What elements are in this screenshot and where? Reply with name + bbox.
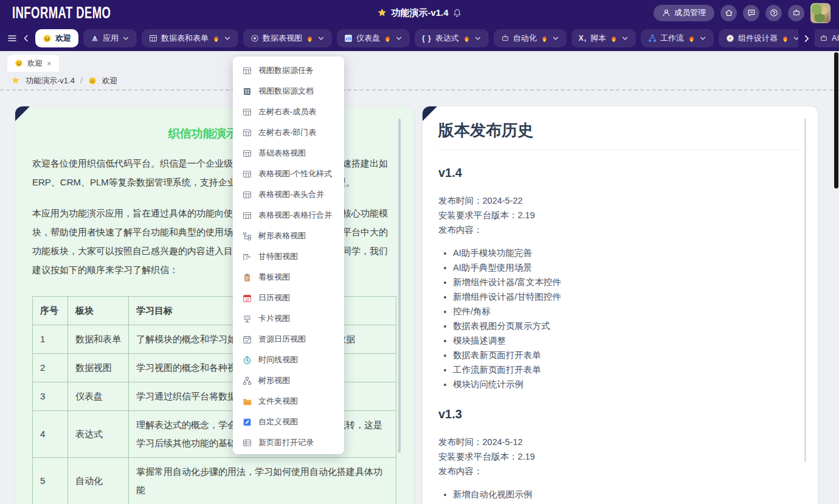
table-icon [243, 170, 252, 179]
dashed-divider [0, 89, 839, 91]
home-icon [725, 9, 733, 17]
help-icon [770, 9, 778, 17]
breadcrumb-page[interactable]: 欢迎 [102, 75, 118, 86]
panel-corner-decoration [15, 106, 30, 121]
nav-item-script[interactable]: X, 脚本 [571, 29, 636, 47]
panel-corner-decoration [423, 106, 437, 121]
member-management-label: 成员管理 [674, 7, 706, 18]
nav-item-ai-assistant[interactable]: AI助手 [812, 29, 839, 47]
dropdown-menu-item[interactable]: 视图数据源任务 [233, 60, 344, 81]
dropdown-menu-item[interactable]: 新页面打开记录 [233, 432, 344, 453]
release-history-panel: 版本发布历史 v1.4 发布时间：2024-5-22 安装要求平台版本：2.19… [423, 106, 818, 504]
dropdown-menu-item[interactable]: 树形视图 [233, 370, 344, 391]
dropdown-menu-item[interactable]: 甘特图视图 [233, 246, 344, 267]
robot-icon [792, 9, 801, 17]
welcome-panel-scrollbar[interactable] [398, 119, 401, 453]
release-note: 数据表新页面打开表单 [453, 348, 802, 362]
nav-item-component-designer[interactable]: 组件设计器 [719, 29, 807, 47]
release-note: AI助手模块功能完善 [453, 246, 802, 260]
tab-welcome[interactable]: 欢迎 × [7, 55, 59, 72]
close-icon[interactable]: × [47, 59, 52, 68]
dropdown-menu-item[interactable]: 看板视图 [233, 267, 344, 288]
table-icon [243, 128, 252, 137]
page-scrollbar-thumb[interactable] [834, 52, 838, 188]
chevron-down-icon [122, 35, 129, 42]
dropdown-menu-item[interactable]: 资源日历视图 [233, 329, 344, 350]
breadcrumb-separator: / [80, 76, 83, 85]
nav-item-table-views[interactable]: 数据表视图 [243, 29, 332, 47]
gantt-icon [243, 252, 252, 261]
nav-item-expression[interactable]: { } 表达式 [415, 29, 489, 47]
chevron-down-icon [395, 35, 402, 42]
help-button[interactable] [765, 5, 782, 21]
smiley-icon [43, 34, 52, 43]
calendar-icon [243, 294, 252, 303]
nav-item-welcome[interactable]: 欢迎 [35, 29, 78, 47]
column-header: 板块 [68, 297, 129, 325]
app-logo: INFORMAT DEMO [12, 3, 111, 22]
nav-item-dashboard[interactable]: 仪表盘 [337, 29, 410, 47]
assistant-button[interactable] [788, 5, 804, 21]
fire-icon [610, 35, 618, 43]
clipboard-icon [243, 273, 252, 282]
dropdown-menu-item[interactable]: 时间线视图 [233, 350, 344, 370]
dropdown-menu-item[interactable]: 基础表格视图 [233, 143, 344, 164]
smiley-icon [15, 59, 23, 67]
user-avatar[interactable] [810, 3, 830, 23]
platform-requirement: 安装要求平台版本：2.19 [438, 208, 802, 223]
chevron-down-icon [699, 35, 706, 42]
dropdown-menu-item[interactable]: 日历视图 [233, 288, 344, 308]
breadcrumb: 功能演示-v1.4 / 欢迎 [0, 72, 839, 89]
dropdown-menu-item[interactable]: 表格视图-个性化样式 [233, 164, 344, 184]
open-tabs-bar: 欢迎 × [0, 51, 839, 72]
custom-view-icon [243, 418, 252, 427]
chat-icon [747, 9, 756, 17]
dropdown-menu-item[interactable]: 文件夹视图 [233, 391, 344, 412]
card-icon [243, 314, 252, 323]
release-note: 控件/角标 [453, 304, 802, 319]
dropdown-menu-item[interactable]: 左树右表-成员表 [233, 102, 344, 122]
release-content-label: 发布内容： [438, 223, 802, 237]
dropdown-menu-item[interactable]: 左树右表-部门表 [233, 122, 344, 143]
column-header: 序号 [33, 297, 68, 325]
feedback-button[interactable] [743, 5, 759, 21]
dropdown-menu-item[interactable]: 表格视图-表头合并 [233, 184, 344, 205]
welcome-panel: 织信功能演示应用 欢迎各位使用织信低代码平台。织信是一个企业级低代码平台，可以在… [15, 106, 413, 504]
nav-scroll-right-button[interactable] [798, 26, 815, 51]
nav-item-workflow[interactable]: 工作流 [641, 29, 714, 47]
release-panel-scrollbar[interactable] [804, 119, 806, 462]
record-list-icon [243, 438, 252, 447]
chevron-down-icon [317, 35, 325, 42]
release-content-label: 发布内容： [438, 464, 802, 478]
bar-chart-icon [344, 34, 353, 43]
chevron-right-icon [802, 34, 811, 43]
release-note: 模块访问统计示例 [453, 377, 802, 392]
home-button[interactable] [720, 5, 737, 21]
release-note: AI助手典型使用场景 [453, 260, 802, 275]
table-icon [243, 211, 252, 220]
app-header: INFORMAT DEMO 功能演示-v1.4 成员管理 [0, 0, 839, 26]
star-icon [11, 76, 20, 85]
breadcrumb-app[interactable]: 功能演示-v1.4 [26, 75, 75, 86]
nav-item-automation[interactable]: 自动化 [494, 29, 567, 47]
star-icon [377, 8, 387, 18]
tree-table-icon [243, 232, 252, 241]
dropdown-menu-item[interactable]: 表格视图-表格行合并 [233, 205, 344, 226]
dropdown-menu-item[interactable]: 自定义视图 [233, 412, 344, 432]
release-note: 新增组件设计器/onlyoffice示例 [453, 502, 802, 504]
dropdown-menu-item[interactable]: 视图数据源文档 [233, 81, 344, 102]
release-date: 发布时间：2024-5-22 [438, 193, 802, 208]
hamburger-menu-button[interactable] [7, 33, 17, 43]
nav-item-tables-forms[interactable]: 数据表和表单 [142, 29, 238, 47]
member-management-button[interactable]: 成员管理 [654, 5, 714, 21]
fire-icon [212, 35, 220, 43]
dropdown-menu-item[interactable]: 卡片视图 [233, 308, 344, 329]
nav-item-apps[interactable]: 应用 [83, 29, 137, 47]
header-actions: 成员管理 [654, 3, 830, 23]
resource-calendar-icon [243, 335, 252, 344]
nav-scroll-left-button[interactable] [22, 34, 30, 43]
table-icon [243, 149, 252, 158]
bell-icon[interactable] [453, 9, 462, 18]
org-tree-icon [243, 376, 252, 385]
dropdown-menu-item[interactable]: 树形表格视图 [233, 226, 344, 246]
